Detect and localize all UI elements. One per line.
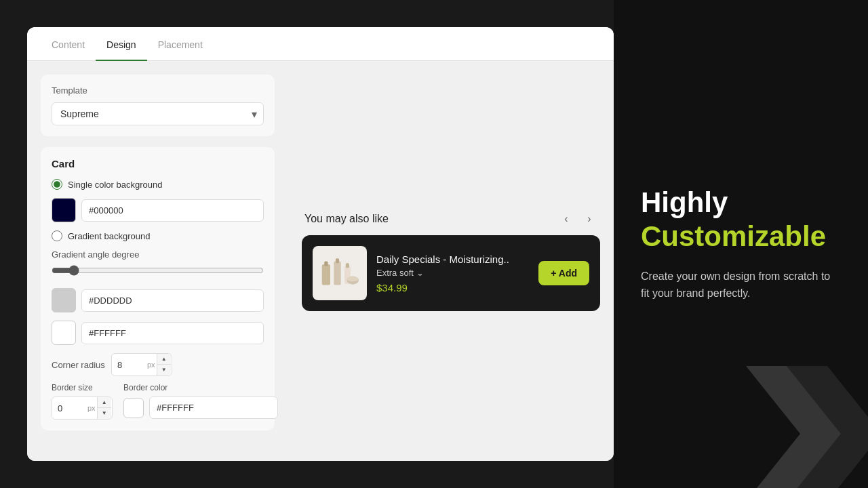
corner-radius-label: Corner radius: [52, 360, 106, 370]
gradient-color2-row: [52, 321, 264, 345]
gradient-angle-label: Gradient angle degree: [52, 249, 264, 260]
svg-rect-1: [322, 264, 330, 285]
preview-card-container: You may also like ‹ ›: [302, 211, 600, 311]
single-color-input[interactable]: [81, 199, 264, 222]
template-label: Template: [52, 85, 264, 96]
single-color-radio-row: Single color background: [52, 179, 264, 190]
svg-rect-6: [346, 263, 349, 268]
template-select-wrapper: Supreme Classic Modern Minimal: [52, 102, 264, 125]
product-variant: Extra soft ⌄: [376, 268, 529, 278]
preview-area: You may also like ‹ ›: [288, 61, 614, 461]
border-row: Border size px ▲ ▼ Border color: [52, 383, 264, 420]
corner-radius-down[interactable]: ▼: [157, 365, 171, 375]
gradient-angle-container: Gradient angle degree: [52, 249, 264, 279]
tab-design[interactable]: Design: [96, 27, 147, 61]
card-title: Card: [52, 158, 264, 169]
left-panel: Content Design Placement Template Suprem…: [27, 27, 614, 461]
gradient-color1-swatch[interactable]: [52, 288, 76, 312]
gradient-label: Gradient background: [68, 231, 150, 241]
add-to-cart-button[interactable]: + Add: [538, 261, 589, 285]
product-name: Daily Specials - Moisturizing..: [376, 253, 529, 265]
gradient-color1-row: [52, 288, 264, 312]
border-color-input[interactable]: [149, 396, 278, 419]
border-color-label: Border color: [123, 383, 278, 392]
border-size-label: Border size: [52, 383, 113, 392]
border-color-swatch[interactable]: [123, 398, 144, 418]
single-color-label: Single color background: [68, 180, 162, 190]
deco-chevron-icon: [746, 366, 868, 488]
product-info: Daily Specials - Moisturizing.. Extra so…: [376, 253, 529, 293]
prev-arrow[interactable]: ‹: [558, 211, 574, 227]
ymal-header: You may also like ‹ ›: [302, 211, 600, 227]
tabs-bar: Content Design Placement: [27, 27, 614, 61]
template-select[interactable]: Supreme Classic Modern Minimal: [52, 102, 264, 125]
main-content: Template Supreme Classic Modern Minimal …: [27, 61, 614, 461]
template-section: Template Supreme Classic Modern Minimal: [41, 75, 275, 136]
next-arrow[interactable]: ›: [581, 211, 597, 227]
single-color-swatch[interactable]: [52, 198, 76, 222]
single-color-row: [52, 198, 264, 222]
svg-rect-3: [334, 262, 341, 285]
svg-rect-4: [336, 258, 339, 263]
border-color-field: Border color: [123, 383, 278, 419]
ymal-title: You may also like: [304, 213, 389, 225]
border-size-input[interactable]: [52, 399, 86, 418]
product-image-svg: [316, 249, 363, 297]
single-color-radio[interactable]: [52, 179, 62, 190]
border-size-unit: px: [86, 404, 97, 412]
gradient-angle-slider[interactable]: [52, 265, 264, 276]
svg-point-8: [347, 277, 359, 281]
gradient-color2-swatch[interactable]: [52, 321, 76, 345]
corner-radius-wrapper: px ▲ ▼: [111, 353, 172, 376]
nav-arrows: ‹ ›: [558, 211, 597, 227]
tab-content[interactable]: Content: [41, 27, 96, 61]
right-heading: Highly Customizable: [641, 186, 841, 254]
product-card: Daily Specials - Moisturizing.. Extra so…: [302, 235, 600, 311]
corner-radius-row: Corner radius px ▲ ▼: [52, 353, 264, 376]
gradient-radio-row: Gradient background: [52, 230, 264, 241]
right-description: Create your own design from scratch to f…: [641, 268, 841, 302]
corner-radius-up[interactable]: ▲: [157, 354, 171, 365]
card-section: Card Single color background Gradient ba…: [41, 147, 275, 430]
border-size-field: Border size px ▲ ▼: [52, 383, 113, 420]
gradient-color2-input[interactable]: [81, 322, 264, 344]
svg-rect-2: [324, 262, 328, 266]
settings-panel: Template Supreme Classic Modern Minimal …: [27, 61, 288, 461]
right-panel: Highly Customizable Create your own desi…: [614, 0, 868, 488]
corner-radius-input[interactable]: [112, 356, 146, 374]
product-image: [313, 246, 367, 300]
border-size-up[interactable]: ▲: [98, 397, 111, 408]
border-size-wrapper: px ▲ ▼: [52, 396, 113, 420]
gradient-color1-input[interactable]: [81, 289, 264, 312]
tab-placement[interactable]: Placement: [147, 27, 214, 61]
gradient-radio[interactable]: [52, 230, 62, 241]
border-color-row: [123, 396, 278, 419]
border-size-down[interactable]: ▼: [98, 408, 111, 419]
border-size-spinner: ▲ ▼: [97, 397, 111, 419]
corner-radius-unit: px: [146, 361, 157, 369]
product-price: $34.99: [376, 282, 529, 293]
corner-radius-spinner: ▲ ▼: [157, 354, 171, 375]
